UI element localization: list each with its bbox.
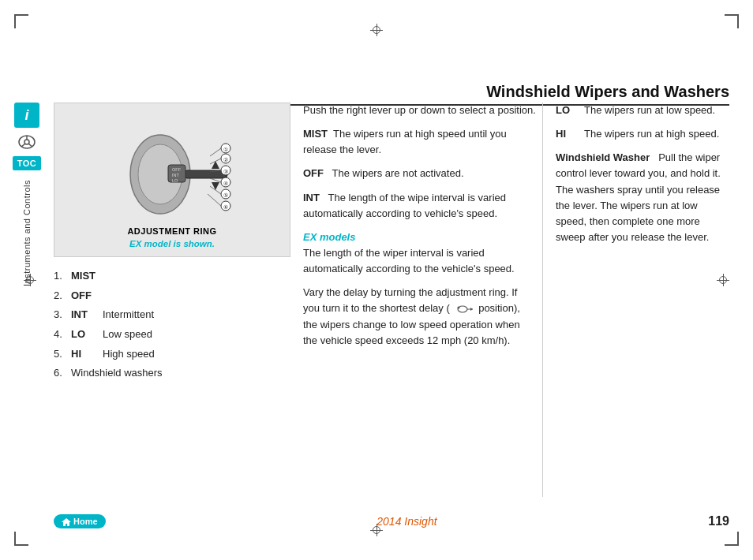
list-item: 1. MIST [54, 267, 290, 286]
ex-model-note: EX model is shown. [62, 239, 282, 248]
intro-text: Push the right lever up or down to selec… [303, 103, 536, 118]
corner-mark-tl [14, 14, 28, 28]
list-items: 1. MIST 2. OFF 3. INT Intermittent 4. LO… [54, 267, 290, 383]
sidebar: i TOC Instruments and Controls [0, 103, 54, 286]
driver-icon [14, 131, 39, 153]
right-column: LO The wipers run at low speed. HI The w… [556, 103, 729, 497]
off-text: OFF The wipers are not activated. [303, 166, 536, 181]
corner-mark-bl [14, 532, 28, 546]
mist-text: MIST The wipers run at high speed until … [303, 126, 536, 158]
corner-mark-tr [725, 14, 739, 28]
svg-marker-35 [470, 308, 473, 311]
list-item: 5. HI High speed [54, 345, 290, 364]
svg-point-1 [24, 140, 29, 144]
list-item: 2. OFF [54, 286, 290, 306]
corner-mark-br [725, 532, 739, 546]
svg-text:①: ① [223, 147, 228, 152]
list-item: 6. Windshield washers [54, 364, 290, 383]
reg-mark-top [370, 24, 383, 36]
int-text: INT The length of the wipe interval is v… [303, 190, 536, 222]
list-item: 3. INT Intermittent [54, 305, 290, 325]
diagram-box: OFF INT LO ① ② ③ ④ ⑤ [54, 103, 290, 257]
svg-line-26 [210, 148, 221, 156]
svg-text:③: ③ [223, 169, 228, 174]
list-item: 4. LO Low speed [54, 325, 290, 345]
diagram-image: OFF INT LO ① ② ③ ④ ⑤ [62, 111, 282, 222]
footer-title: 2014 Insight [376, 515, 436, 528]
left-column: OFF INT LO ① ② ③ ④ ⑤ [54, 103, 290, 497]
page-footer: Home 2014 Insight 119 [54, 514, 729, 528]
content-area: OFF INT LO ① ② ③ ④ ⑤ [54, 103, 729, 497]
ex-models-text: EX models The length of the wiper interv… [303, 230, 536, 277]
svg-text:⑤: ⑤ [223, 192, 228, 198]
svg-text:⑥: ⑥ [223, 204, 228, 210]
svg-text:②: ② [223, 157, 228, 162]
svg-text:OFF: OFF [172, 167, 182, 172]
svg-line-29 [210, 178, 221, 182]
svg-point-33 [457, 306, 459, 308]
svg-text:INT: INT [172, 173, 180, 177]
diagram-title: ADJUSTMENT RING [62, 226, 282, 236]
svg-marker-36 [62, 518, 71, 526]
info-icon[interactable]: i [14, 103, 39, 128]
svg-marker-13 [212, 182, 219, 190]
svg-line-3 [21, 144, 24, 147]
svg-line-4 [29, 144, 32, 147]
page-title: Windshield Wipers and Washers [486, 83, 729, 100]
svg-text:LO: LO [172, 178, 178, 183]
section-label: Instruments and Controls [22, 180, 32, 286]
svg-marker-12 [212, 161, 219, 169]
toc-badge[interactable]: TOC [13, 156, 42, 170]
page-number: 119 [708, 514, 729, 528]
svg-text:④: ④ [223, 181, 228, 186]
svg-line-31 [208, 194, 221, 206]
home-button[interactable]: Home [54, 514, 106, 528]
lo-row: LO The wipers run at low speed. [556, 103, 729, 118]
hi-row: HI The wipers run at high speed. [556, 126, 729, 142]
vary-text: Vary the delay by turning the adjustment… [303, 285, 536, 349]
middle-column: Push the right lever up or down to selec… [303, 103, 543, 497]
washer-text: Windshield Washer Pull the wiper control… [556, 150, 729, 245]
